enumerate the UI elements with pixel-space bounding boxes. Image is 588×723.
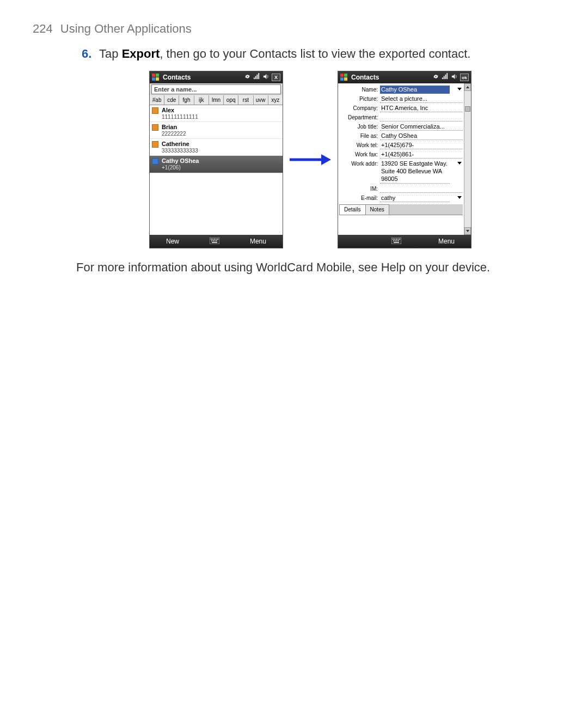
field-value[interactable]: Senior Commercializa... [380, 123, 463, 131]
svg-rect-36 [395, 240, 396, 241]
sync-icon[interactable] [432, 73, 439, 82]
field-value[interactable]: Cathy OShea [380, 86, 450, 94]
contact-row-selected[interactable]: Cathy OShea +1(206) [150, 156, 283, 173]
alpha-tab[interactable]: fgh [179, 95, 194, 105]
follow-paragraph: For more information about using WorldCa… [76, 259, 523, 276]
alpha-tabs: #ab cde fgh ijk lmn opq rst uvw xyz [150, 95, 283, 105]
detail-body: Name: Cathy OShea Picture: Select a pict… [338, 83, 471, 235]
field-fileas[interactable]: File as: Cathy OShea [339, 132, 463, 140]
field-value[interactable]: 13920 SE Eastgate Way. Suite 400 Bellevu… [380, 160, 450, 184]
svg-rect-10 [212, 239, 213, 240]
alpha-tab[interactable]: ijk [194, 95, 209, 105]
svg-rect-23 [340, 77, 344, 81]
volume-icon[interactable] [262, 73, 270, 82]
field-im[interactable]: IM: [339, 185, 463, 193]
field-value[interactable] [380, 113, 463, 121]
field-workaddr[interactable]: Work addr: 13920 SE Eastgate Way. Suite … [339, 160, 463, 184]
softkey-bar-left: New Menu [150, 235, 283, 248]
field-value[interactable] [380, 185, 463, 193]
svg-rect-22 [344, 74, 347, 77]
svg-rect-34 [399, 239, 400, 240]
titlebar-left: Contacts X [150, 71, 283, 83]
field-label: Department: [339, 113, 380, 120]
alpha-tab[interactable]: #ab [150, 95, 164, 105]
start-icon[interactable] [340, 74, 348, 81]
field-worktel[interactable]: Work tel: +1(425)679- [339, 141, 463, 149]
alpha-tab[interactable]: uvw [254, 95, 268, 105]
alpha-tab[interactable]: opq [224, 95, 238, 105]
scroll-track[interactable] [464, 91, 471, 227]
field-email[interactable]: E-mail: cathy [339, 194, 463, 202]
field-value[interactable]: +1(425)861- [380, 150, 463, 159]
scroll-up-icon[interactable] [464, 83, 471, 91]
signal-icon[interactable] [253, 73, 260, 82]
phone-contacts-list: Contacts X #ab cde fgh ijk lmn opq rst u… [149, 71, 283, 248]
field-value[interactable]: HTC America, Inc [380, 104, 463, 112]
softkey-new[interactable]: New [166, 238, 179, 245]
field-picture[interactable]: Picture: Select a picture... [339, 95, 463, 103]
alpha-tab[interactable]: lmn [209, 95, 224, 105]
keyboard-icon[interactable] [391, 238, 401, 246]
contact-sub: 333333333333 [162, 148, 198, 154]
field-label: Company: [339, 104, 380, 111]
field-workfax[interactable]: Work fax: +1(425)861- [339, 150, 463, 159]
field-value[interactable]: Cathy OShea [380, 132, 463, 140]
start-icon[interactable] [152, 74, 160, 81]
field-value[interactable]: +1(425)679- [380, 141, 463, 149]
svg-rect-18 [212, 242, 217, 243]
svg-rect-15 [213, 240, 214, 241]
volume-icon[interactable] [451, 73, 458, 82]
scroll-down-icon[interactable] [464, 227, 471, 235]
svg-rect-33 [397, 239, 399, 240]
dropdown-icon[interactable] [456, 86, 463, 92]
titlebar-right: Contacts ok [338, 71, 471, 83]
svg-rect-7 [258, 73, 259, 79]
field-company[interactable]: Company: HTC America, Inc [339, 104, 463, 112]
dropdown-icon[interactable] [456, 160, 463, 166]
svg-rect-27 [445, 75, 446, 79]
dropdown-icon[interactable] [456, 194, 463, 201]
contact-row[interactable]: Alex 111111111111 [150, 105, 283, 122]
alpha-tab[interactable]: rst [238, 95, 253, 105]
sync-icon[interactable] [244, 73, 251, 82]
softkey-menu[interactable]: Menu [438, 238, 455, 245]
ok-button[interactable]: ok [460, 74, 469, 81]
contact-row[interactable]: Catherine 333333333333 [150, 139, 283, 156]
svg-rect-11 [214, 239, 215, 240]
alpha-tab[interactable]: cde [164, 95, 179, 105]
field-label: Work addr: [339, 160, 380, 167]
search-input[interactable] [151, 84, 281, 94]
svg-rect-16 [215, 240, 216, 241]
svg-rect-32 [396, 239, 397, 240]
softkey-menu[interactable]: Menu [250, 238, 266, 245]
field-jobtitle[interactable]: Job title: Senior Commercializa... [339, 123, 463, 131]
contact-row[interactable]: Brian 22222222 [150, 122, 283, 139]
field-department[interactable]: Department: [339, 113, 463, 121]
svg-rect-30 [393, 239, 394, 240]
field-label: File as: [339, 132, 380, 139]
step-text-pre: Tap [99, 47, 122, 60]
field-value[interactable]: Select a picture... [380, 95, 463, 103]
contact-sub: +1(206) [162, 165, 199, 171]
step-text-post: , then go to your Contacts list to view … [160, 47, 470, 60]
field-name[interactable]: Name: Cathy OShea [339, 86, 463, 94]
alpha-tab[interactable]: xyz [268, 95, 283, 105]
field-value[interactable]: cathy [380, 194, 450, 202]
scroll-thumb[interactable] [465, 106, 470, 112]
contact-icon [152, 107, 158, 114]
field-label: Picture: [339, 95, 380, 102]
keyboard-icon[interactable] [210, 238, 219, 246]
detail-form: Name: Cathy OShea Picture: Select a pict… [338, 83, 464, 235]
tab-notes[interactable]: Notes [365, 204, 389, 215]
app-title-left: Contacts [163, 74, 191, 81]
close-button[interactable]: X [272, 74, 280, 81]
status-icons-right: ok [432, 73, 469, 82]
svg-rect-14 [211, 240, 212, 241]
contact-icon [152, 124, 158, 131]
signal-icon[interactable] [442, 73, 449, 82]
svg-rect-1 [156, 74, 159, 77]
scrollbar[interactable] [464, 83, 471, 235]
contact-name: Alex [162, 107, 198, 114]
field-label: Work fax: [339, 150, 380, 157]
tab-details[interactable]: Details [339, 204, 366, 215]
